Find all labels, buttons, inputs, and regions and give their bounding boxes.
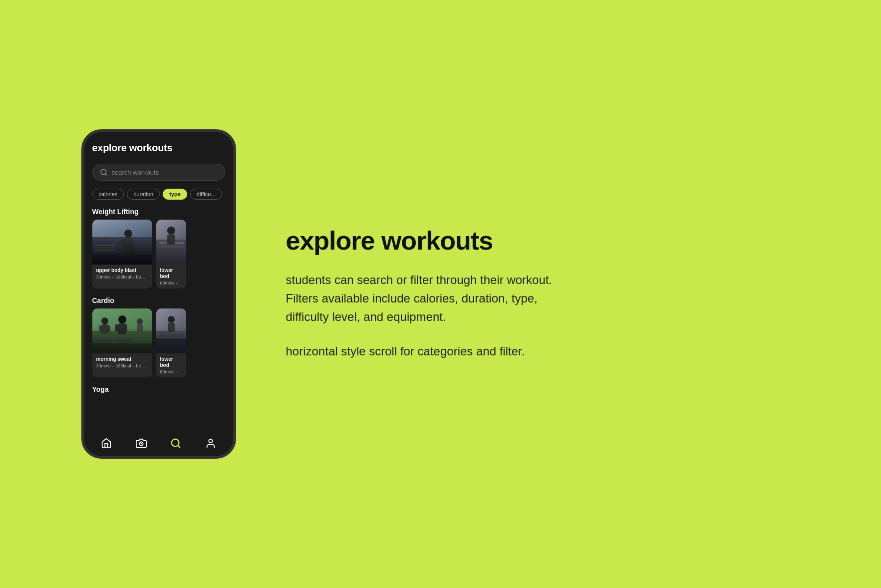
workout-meta-lower-body-2: 60mins – bbox=[160, 369, 182, 374]
workout-name-morning-sweat: morning sweat bbox=[96, 356, 148, 362]
filter-chip-type[interactable]: type bbox=[163, 189, 187, 200]
svg-rect-5 bbox=[95, 245, 115, 246]
workout-grid-weight: upper body blast 30mins – 160kcal – begi… bbox=[84, 220, 233, 294]
workout-image-upper-body bbox=[92, 220, 152, 265]
camera-icon bbox=[136, 438, 147, 449]
workout-card-lower-body-1[interactable]: lower bod 60mins – bbox=[156, 220, 186, 289]
text-content: explore workouts students can search or … bbox=[236, 227, 800, 360]
workout-card-info-lower-body-1: lower bod 60mins – bbox=[156, 265, 186, 289]
svg-line-48 bbox=[178, 445, 180, 447]
workout-image-lower-body-2 bbox=[156, 308, 186, 353]
svg-rect-2 bbox=[92, 220, 152, 265]
workout-grid-cardio: morning sweat 30mins – 160kcal – beginne… bbox=[84, 308, 233, 382]
workout-meta-morning-sweat: 30mins – 160kcal – beginner bbox=[96, 363, 148, 368]
filter-chips: calories duration type difficu... bbox=[84, 186, 233, 203]
svg-rect-10 bbox=[121, 239, 125, 246]
svg-rect-14 bbox=[92, 220, 152, 265]
content-scroll: Weight Lifting bbox=[84, 203, 233, 430]
bottom-nav bbox=[84, 430, 233, 456]
filter-chip-calories[interactable]: calories bbox=[92, 189, 124, 200]
nav-camera[interactable] bbox=[132, 434, 150, 452]
content-description: students can search or filter through th… bbox=[286, 271, 576, 326]
section-label-yoga: Yoga bbox=[84, 382, 233, 395]
svg-point-8 bbox=[124, 230, 132, 238]
phone-header: explore workouts bbox=[84, 132, 233, 159]
svg-rect-6 bbox=[95, 247, 115, 249]
workout-name-lower-body-2: lower bod bbox=[160, 356, 182, 368]
svg-rect-13 bbox=[129, 249, 133, 257]
svg-rect-11 bbox=[129, 239, 133, 246]
svg-rect-3 bbox=[92, 255, 152, 265]
search-icon bbox=[100, 168, 108, 176]
nav-search[interactable] bbox=[167, 434, 185, 452]
workout-card-info-lower-body-2: lower bod 60mins – bbox=[156, 353, 186, 377]
nav-profile[interactable] bbox=[202, 434, 220, 452]
workout-card-info-upper-body: upper body blast 30mins – 160kcal – begi… bbox=[92, 265, 152, 283]
filter-chip-duration[interactable]: duration bbox=[127, 189, 160, 200]
svg-rect-44 bbox=[156, 308, 186, 353]
workout-name-lower-body-1: lower bod bbox=[160, 268, 182, 280]
workout-card-upper-body[interactable]: upper body blast 30mins – 160kcal – begi… bbox=[92, 220, 152, 289]
workout-meta-lower-body-1: 60mins – bbox=[160, 281, 182, 286]
section-label-weight-lifting: Weight Lifting bbox=[84, 205, 233, 220]
gym-illustration-4 bbox=[156, 308, 186, 353]
svg-line-1 bbox=[105, 174, 107, 175]
content-note: horizontal style scroll for categories a… bbox=[286, 342, 576, 360]
workout-card-info-morning-sweat: morning sweat 30mins – 160kcal – beginne… bbox=[92, 353, 152, 371]
workout-card-morning-sweat[interactable]: morning sweat 30mins – 160kcal – beginne… bbox=[92, 308, 152, 377]
page-wrapper: explore workouts search workouts calorie… bbox=[41, 32, 840, 556]
svg-rect-4 bbox=[92, 220, 152, 237]
search-placeholder: search workouts bbox=[112, 169, 159, 176]
svg-rect-9 bbox=[124, 238, 132, 249]
phone-screen: explore workouts search workouts calorie… bbox=[84, 132, 233, 456]
workout-card-lower-body-2[interactable]: lower bod 60mins – bbox=[156, 308, 186, 377]
search-nav-icon bbox=[170, 438, 181, 449]
workout-image-lower-body-1 bbox=[156, 220, 186, 265]
home-icon bbox=[101, 438, 112, 449]
phone-title: explore workouts bbox=[92, 142, 225, 154]
phone-mockup: explore workouts search workouts calorie… bbox=[81, 129, 236, 459]
svg-rect-37 bbox=[92, 308, 152, 353]
workout-meta-upper-body: 30mins – 160kcal – beginner bbox=[96, 275, 148, 280]
workout-name-upper-body: upper body blast bbox=[96, 268, 148, 274]
svg-rect-21 bbox=[156, 220, 186, 265]
search-bar[interactable]: search workouts bbox=[92, 164, 225, 181]
gym-illustration-3 bbox=[92, 308, 152, 353]
section-label-cardio: Cardio bbox=[84, 294, 233, 308]
svg-point-46 bbox=[140, 443, 142, 444]
workout-image-morning-sweat bbox=[92, 308, 152, 353]
nav-home[interactable] bbox=[97, 434, 115, 452]
svg-rect-7 bbox=[95, 250, 115, 251]
filter-chip-difficulty[interactable]: difficu... bbox=[190, 189, 222, 200]
gym-illustration-2 bbox=[156, 220, 186, 265]
content-title: explore workouts bbox=[286, 227, 800, 255]
svg-point-49 bbox=[209, 439, 212, 442]
profile-icon bbox=[205, 438, 216, 449]
svg-rect-12 bbox=[125, 249, 128, 257]
gym-illustration-1 bbox=[92, 220, 152, 265]
